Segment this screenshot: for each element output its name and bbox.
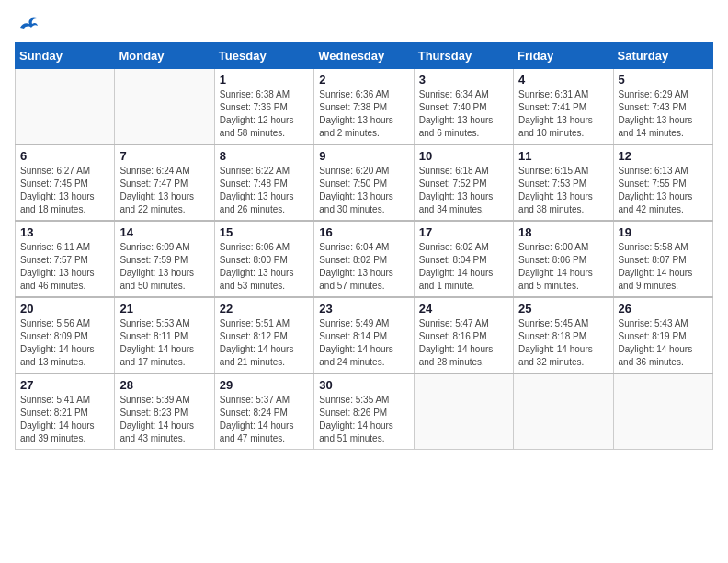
calendar-cell: 2Sunrise: 6:36 AM Sunset: 7:38 PM Daylig…	[314, 69, 414, 145]
day-number: 25	[518, 302, 608, 316]
day-number: 27	[20, 378, 109, 392]
day-number: 15	[220, 225, 309, 239]
calendar-header-friday: Friday	[514, 43, 613, 69]
day-info: Sunrise: 5:49 AM Sunset: 8:14 PM Dayligh…	[319, 317, 408, 369]
calendar-cell	[414, 373, 513, 450]
day-number: 30	[319, 378, 408, 392]
day-info: Sunrise: 5:37 AM Sunset: 8:24 PM Dayligh…	[220, 394, 309, 445]
calendar-cell: 7Sunrise: 6:24 AM Sunset: 7:47 PM Daylig…	[115, 144, 214, 221]
day-info: Sunrise: 6:36 AM Sunset: 7:38 PM Dayligh…	[319, 88, 408, 140]
calendar-cell: 27Sunrise: 5:41 AM Sunset: 8:21 PM Dayli…	[16, 373, 115, 450]
day-number: 17	[419, 225, 508, 239]
day-number: 1	[220, 73, 309, 86]
day-number: 3	[419, 73, 508, 86]
calendar-header-monday: Monday	[115, 43, 214, 69]
calendar-cell: 3Sunrise: 6:34 AM Sunset: 7:40 PM Daylig…	[414, 69, 513, 145]
calendar-header-tuesday: Tuesday	[214, 43, 313, 69]
calendar-cell: 4Sunrise: 6:31 AM Sunset: 7:41 PM Daylig…	[514, 69, 613, 145]
day-number: 26	[619, 302, 708, 316]
calendar-cell: 8Sunrise: 6:22 AM Sunset: 7:48 PM Daylig…	[214, 144, 313, 221]
day-number: 21	[119, 302, 209, 316]
day-number: 14	[119, 225, 209, 239]
day-info: Sunrise: 5:53 AM Sunset: 8:11 PM Dayligh…	[119, 317, 209, 369]
day-number: 9	[319, 149, 408, 163]
day-info: Sunrise: 6:13 AM Sunset: 7:55 PM Dayligh…	[619, 165, 708, 216]
calendar-cell: 6Sunrise: 6:27 AM Sunset: 7:45 PM Daylig…	[16, 144, 115, 221]
day-info: Sunrise: 6:04 AM Sunset: 8:02 PM Dayligh…	[319, 241, 408, 293]
day-number: 6	[20, 149, 109, 163]
calendar-cell: 15Sunrise: 6:06 AM Sunset: 8:00 PM Dayli…	[214, 221, 313, 297]
day-number: 23	[319, 302, 408, 316]
day-number: 2	[319, 73, 408, 86]
calendar-cell: 30Sunrise: 5:35 AM Sunset: 8:26 PM Dayli…	[314, 373, 414, 450]
calendar-cell: 26Sunrise: 5:43 AM Sunset: 8:19 PM Dayli…	[613, 297, 712, 373]
day-info: Sunrise: 6:31 AM Sunset: 7:41 PM Dayligh…	[518, 88, 608, 140]
day-number: 8	[220, 149, 309, 163]
calendar-cell: 12Sunrise: 6:13 AM Sunset: 7:55 PM Dayli…	[613, 144, 712, 221]
day-number: 20	[20, 302, 109, 316]
day-number: 16	[319, 225, 408, 239]
day-number: 24	[419, 302, 508, 316]
calendar-cell: 23Sunrise: 5:49 AM Sunset: 8:14 PM Dayli…	[314, 297, 414, 373]
calendar-cell: 13Sunrise: 6:11 AM Sunset: 7:57 PM Dayli…	[16, 221, 115, 297]
day-number: 19	[619, 225, 708, 239]
day-info: Sunrise: 5:39 AM Sunset: 8:23 PM Dayligh…	[119, 394, 209, 445]
day-info: Sunrise: 5:35 AM Sunset: 8:26 PM Dayligh…	[319, 394, 408, 445]
day-number: 10	[419, 149, 508, 163]
calendar-week-row: 20Sunrise: 5:56 AM Sunset: 8:09 PM Dayli…	[16, 297, 713, 373]
calendar-header-saturday: Saturday	[613, 43, 712, 69]
day-info: Sunrise: 5:58 AM Sunset: 8:07 PM Dayligh…	[619, 241, 708, 293]
day-info: Sunrise: 6:29 AM Sunset: 7:43 PM Dayligh…	[619, 88, 708, 140]
calendar-week-row: 13Sunrise: 6:11 AM Sunset: 7:57 PM Dayli…	[16, 221, 713, 297]
calendar-header-row: SundayMondayTuesdayWednesdayThursdayFrid…	[16, 43, 713, 69]
day-info: Sunrise: 6:34 AM Sunset: 7:40 PM Dayligh…	[419, 88, 508, 140]
calendar-cell: 17Sunrise: 6:02 AM Sunset: 8:04 PM Dayli…	[414, 221, 513, 297]
day-info: Sunrise: 6:09 AM Sunset: 7:59 PM Dayligh…	[119, 241, 209, 293]
day-info: Sunrise: 6:06 AM Sunset: 8:00 PM Dayligh…	[220, 241, 309, 293]
calendar-week-row: 27Sunrise: 5:41 AM Sunset: 8:21 PM Dayli…	[16, 373, 713, 450]
day-number: 12	[619, 149, 708, 163]
day-number: 7	[119, 149, 209, 163]
calendar-cell: 20Sunrise: 5:56 AM Sunset: 8:09 PM Dayli…	[16, 297, 115, 373]
day-info: Sunrise: 5:51 AM Sunset: 8:12 PM Dayligh…	[220, 317, 309, 369]
calendar-cell	[16, 69, 115, 145]
calendar-cell: 11Sunrise: 6:15 AM Sunset: 7:53 PM Dayli…	[514, 144, 613, 221]
calendar-cell: 24Sunrise: 5:47 AM Sunset: 8:16 PM Dayli…	[414, 297, 513, 373]
calendar-table: SundayMondayTuesdayWednesdayThursdayFrid…	[15, 42, 713, 450]
day-info: Sunrise: 6:15 AM Sunset: 7:53 PM Dayligh…	[518, 165, 608, 216]
day-number: 28	[119, 378, 209, 392]
calendar-cell: 5Sunrise: 6:29 AM Sunset: 7:43 PM Daylig…	[613, 69, 712, 145]
calendar-week-row: 6Sunrise: 6:27 AM Sunset: 7:45 PM Daylig…	[16, 144, 713, 221]
day-number: 5	[619, 73, 708, 86]
day-info: Sunrise: 5:45 AM Sunset: 8:18 PM Dayligh…	[518, 317, 608, 369]
calendar-cell: 21Sunrise: 5:53 AM Sunset: 8:11 PM Dayli…	[115, 297, 214, 373]
day-info: Sunrise: 6:27 AM Sunset: 7:45 PM Dayligh…	[20, 165, 109, 216]
calendar-cell: 14Sunrise: 6:09 AM Sunset: 7:59 PM Dayli…	[115, 221, 214, 297]
day-info: Sunrise: 6:11 AM Sunset: 7:57 PM Dayligh…	[20, 241, 109, 293]
calendar-cell: 9Sunrise: 6:20 AM Sunset: 7:50 PM Daylig…	[314, 144, 414, 221]
logo	[15, 15, 40, 31]
day-number: 13	[20, 225, 109, 239]
calendar-cell: 28Sunrise: 5:39 AM Sunset: 8:23 PM Dayli…	[115, 373, 214, 450]
calendar-cell	[514, 373, 613, 450]
day-info: Sunrise: 5:41 AM Sunset: 8:21 PM Dayligh…	[20, 394, 109, 445]
logo-bird-icon	[18, 15, 39, 31]
calendar-cell: 19Sunrise: 5:58 AM Sunset: 8:07 PM Dayli…	[613, 221, 712, 297]
calendar-cell: 25Sunrise: 5:45 AM Sunset: 8:18 PM Dayli…	[514, 297, 613, 373]
calendar-header-thursday: Thursday	[414, 43, 513, 69]
day-number: 18	[518, 225, 608, 239]
calendar-cell: 18Sunrise: 6:00 AM Sunset: 8:06 PM Dayli…	[514, 221, 613, 297]
calendar-header-wednesday: Wednesday	[314, 43, 414, 69]
calendar-cell: 10Sunrise: 6:18 AM Sunset: 7:52 PM Dayli…	[414, 144, 513, 221]
calendar-cell	[613, 373, 712, 450]
day-info: Sunrise: 6:00 AM Sunset: 8:06 PM Dayligh…	[518, 241, 608, 293]
calendar-week-row: 1Sunrise: 6:38 AM Sunset: 7:36 PM Daylig…	[16, 69, 713, 145]
day-info: Sunrise: 6:24 AM Sunset: 7:47 PM Dayligh…	[119, 165, 209, 216]
calendar-cell: 22Sunrise: 5:51 AM Sunset: 8:12 PM Dayli…	[214, 297, 313, 373]
day-info: Sunrise: 6:02 AM Sunset: 8:04 PM Dayligh…	[419, 241, 508, 293]
day-number: 22	[220, 302, 309, 316]
calendar-cell: 16Sunrise: 6:04 AM Sunset: 8:02 PM Dayli…	[314, 221, 414, 297]
calendar-cell	[115, 69, 214, 145]
calendar-header-sunday: Sunday	[16, 43, 115, 69]
day-info: Sunrise: 5:56 AM Sunset: 8:09 PM Dayligh…	[20, 317, 109, 369]
